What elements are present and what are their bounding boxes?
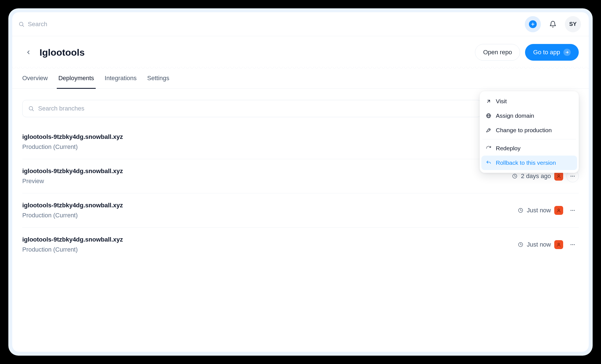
open-repo-button[interactable]: Open repo xyxy=(475,44,520,61)
deployment-meta: Just now xyxy=(518,204,579,217)
open-repo-label: Open repo xyxy=(483,49,512,56)
global-search[interactable] xyxy=(18,21,520,28)
deployment-row: iglootools-9tzbky4dg.snowball.xyz Produc… xyxy=(22,193,579,228)
arrow-up-right-icon xyxy=(486,99,491,104)
global-search-input[interactable] xyxy=(28,21,111,28)
topbar-actions: SY xyxy=(525,16,581,32)
menu-item-label: Redeploy xyxy=(496,145,521,152)
deployment-meta: Just now xyxy=(518,238,579,251)
user-avatar[interactable]: SY xyxy=(565,16,581,32)
menu-item-assign-domain[interactable]: Assign domain xyxy=(481,109,577,123)
tab-overview[interactable]: Overview xyxy=(22,68,48,88)
branch-search-input[interactable] xyxy=(38,105,476,112)
undo-icon xyxy=(486,160,491,166)
row-more-button[interactable] xyxy=(566,238,579,251)
topbar: SY xyxy=(12,12,589,36)
deployment-url[interactable]: iglootools-9tzbky4dg.snowball.xyz xyxy=(22,236,513,243)
page-title: Iglootools xyxy=(40,47,470,58)
create-button[interactable] xyxy=(525,16,541,32)
context-menu: Visit Assign domain Change to production xyxy=(480,91,579,173)
plus-icon xyxy=(529,20,537,28)
clock-icon xyxy=(512,173,518,179)
rocket-icon xyxy=(486,127,491,133)
go-to-app-label: Go to app xyxy=(533,49,560,56)
branch-search[interactable] xyxy=(22,100,481,117)
clock-icon xyxy=(518,208,523,213)
deployment-url[interactable]: iglootools-9tzbky4dg.snowball.xyz xyxy=(22,168,507,175)
svg-point-15 xyxy=(574,176,575,177)
menu-item-label: Rollback to this version xyxy=(496,159,556,166)
tab-settings[interactable]: Settings xyxy=(147,68,169,88)
search-icon xyxy=(28,105,34,112)
menu-item-label: Visit xyxy=(496,98,507,105)
menu-item-redeploy[interactable]: Redeploy xyxy=(481,141,577,156)
svg-point-20 xyxy=(574,210,575,211)
arrow-right-icon xyxy=(563,49,571,56)
menu-item-change-to-production[interactable]: Change to production xyxy=(481,123,577,137)
author-avatar[interactable] xyxy=(554,240,563,249)
svg-point-12 xyxy=(558,175,560,176)
go-to-app-button[interactable]: Go to app xyxy=(525,44,579,61)
clock-icon xyxy=(518,242,523,247)
deployment-env: Production (Current) xyxy=(22,246,513,253)
deployment-time: Just now xyxy=(527,241,551,248)
avatar-initials: SY xyxy=(569,21,577,27)
bell-icon xyxy=(549,21,556,28)
menu-item-visit[interactable]: Visit xyxy=(481,94,577,109)
svg-point-30 xyxy=(489,129,490,130)
page-header: Iglootools Open repo Go to app xyxy=(12,36,589,68)
deployment-row: iglootools-9tzbky4dg.snowball.xyz Produc… xyxy=(22,228,579,262)
svg-point-25 xyxy=(574,244,575,245)
row-more-button[interactable] xyxy=(566,204,579,217)
svg-line-6 xyxy=(32,110,33,111)
svg-point-17 xyxy=(558,209,560,211)
deployment-time: 2 days ago xyxy=(521,173,551,180)
svg-point-13 xyxy=(571,176,572,177)
svg-point-19 xyxy=(572,210,573,211)
tab-integrations[interactable]: Integrations xyxy=(105,68,137,88)
deployment-time: Just now xyxy=(527,207,551,214)
deployment-env: Preview xyxy=(22,178,507,185)
back-button[interactable] xyxy=(22,46,35,58)
svg-point-18 xyxy=(571,210,572,211)
svg-line-1 xyxy=(23,25,24,26)
menu-separator xyxy=(482,139,576,139)
svg-point-23 xyxy=(571,244,572,245)
globe-icon xyxy=(486,113,491,119)
author-avatar[interactable] xyxy=(554,206,563,215)
menu-item-label: Change to production xyxy=(496,127,552,134)
search-icon xyxy=(18,21,24,27)
tab-deployments[interactable]: Deployments xyxy=(58,68,94,88)
svg-point-14 xyxy=(572,176,573,177)
svg-line-26 xyxy=(487,100,490,102)
notifications-button[interactable] xyxy=(545,16,561,32)
refresh-icon xyxy=(486,146,491,151)
svg-point-24 xyxy=(572,244,573,245)
deployment-url[interactable]: iglootools-9tzbky4dg.snowball.xyz xyxy=(22,202,513,209)
chevron-left-icon xyxy=(25,49,31,55)
deployment-env: Production (Current) xyxy=(22,212,513,219)
svg-point-22 xyxy=(558,243,560,245)
menu-item-label: Assign domain xyxy=(496,112,534,119)
tabs: Overview Deployments Integrations Settin… xyxy=(12,68,589,89)
menu-item-rollback[interactable]: Rollback to this version xyxy=(481,156,577,170)
author-avatar[interactable] xyxy=(554,172,563,181)
